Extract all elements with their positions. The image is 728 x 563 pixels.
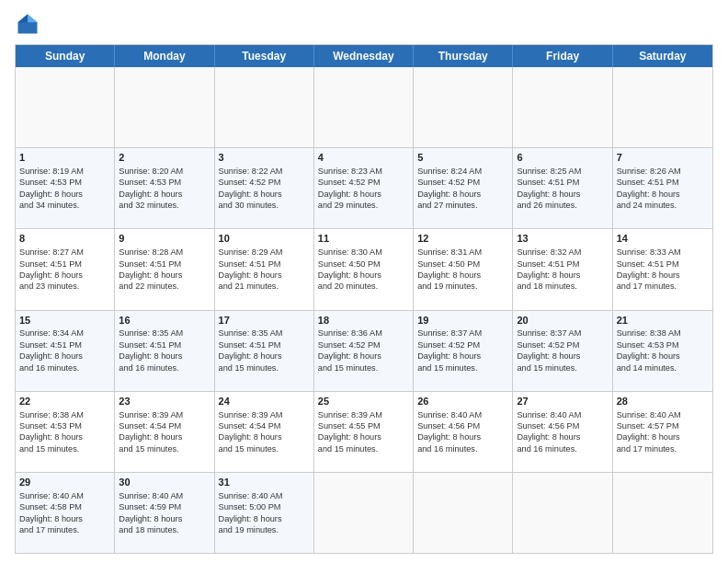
sunset-info: Sunset: 4:58 PM <box>19 502 82 511</box>
daylight-continuation: and 15 minutes. <box>119 444 178 454</box>
daylight-continuation: and 19 minutes. <box>219 525 279 534</box>
daylight-continuation: and 19 minutes. <box>417 282 477 291</box>
sunset-info: Sunset: 4:51 PM <box>119 259 181 269</box>
daylight-continuation: and 23 minutes. <box>19 282 79 291</box>
daylight-continuation: and 15 minutes. <box>318 444 378 454</box>
daylight-hours: Daylight: 8 hours <box>617 351 680 361</box>
sunset-info: Sunset: 4:53 PM <box>119 178 181 187</box>
daylight-continuation: and 17 minutes. <box>19 525 79 534</box>
daylight-hours: Daylight: 8 hours <box>417 432 481 442</box>
sunrise-info: Sunrise: 8:31 AM <box>417 247 482 257</box>
daylight-continuation: and 15 minutes. <box>517 363 576 373</box>
cal-cell-empty <box>314 473 414 553</box>
day-number: 8 <box>19 232 110 246</box>
calendar-week-1 <box>16 67 712 148</box>
sunset-info: Sunset: 4:52 PM <box>318 340 381 350</box>
sunrise-info: Sunrise: 8:39 AM <box>318 410 382 419</box>
daylight-continuation: and 18 minutes. <box>517 282 576 291</box>
daylight-hours: Daylight: 8 hours <box>219 190 282 199</box>
daylight-hours: Daylight: 8 hours <box>517 270 580 280</box>
sunset-info: Sunset: 4:52 PM <box>318 178 381 187</box>
daylight-hours: Daylight: 8 hours <box>19 190 83 199</box>
day-number: 1 <box>19 151 110 165</box>
sunrise-info: Sunrise: 8:38 AM <box>617 328 681 338</box>
day-number: 10 <box>219 232 310 246</box>
cal-day-17: 17Sunrise: 8:35 AMSunset: 4:51 PMDayligh… <box>215 311 314 391</box>
daylight-continuation: and 17 minutes. <box>617 282 677 291</box>
daylight-continuation: and 15 minutes. <box>19 444 79 454</box>
sunset-info: Sunset: 4:53 PM <box>19 421 82 431</box>
sunset-info: Sunset: 4:56 PM <box>417 421 480 431</box>
sunset-info: Sunset: 4:51 PM <box>19 340 82 350</box>
sunset-info: Sunset: 4:50 PM <box>318 259 381 269</box>
cal-cell-empty <box>314 67 414 147</box>
sunrise-info: Sunrise: 8:35 AM <box>119 328 183 338</box>
cal-cell-empty <box>414 473 513 553</box>
sunrise-info: Sunrise: 8:23 AM <box>318 167 382 176</box>
daylight-hours: Daylight: 8 hours <box>517 351 580 361</box>
day-number: 3 <box>219 151 310 165</box>
sunset-info: Sunset: 4:52 PM <box>219 178 281 187</box>
day-number: 29 <box>19 476 110 489</box>
cal-cell-empty <box>16 67 115 147</box>
daylight-continuation: and 26 minutes. <box>517 201 576 210</box>
day-number: 16 <box>119 314 210 327</box>
sunset-info: Sunset: 4:51 PM <box>517 259 579 269</box>
calendar: SundayMondayTuesdayWednesdayThursdayFrid… <box>15 44 713 554</box>
daylight-continuation: and 29 minutes. <box>318 201 378 210</box>
sunrise-info: Sunrise: 8:27 AM <box>19 247 84 257</box>
sunrise-info: Sunrise: 8:40 AM <box>617 410 681 419</box>
logo-icon <box>15 11 40 37</box>
daylight-hours: Daylight: 8 hours <box>517 432 580 442</box>
daylight-hours: Daylight: 8 hours <box>219 514 282 523</box>
sunset-info: Sunset: 4:52 PM <box>417 178 480 187</box>
cal-day-6: 6Sunrise: 8:25 AMSunset: 4:51 PMDaylight… <box>513 148 612 228</box>
daylight-hours: Daylight: 8 hours <box>119 270 182 280</box>
svg-marker-1 <box>28 15 38 23</box>
daylight-continuation: and 16 minutes. <box>517 444 576 454</box>
sunrise-info: Sunrise: 8:28 AM <box>119 247 183 257</box>
daylight-hours: Daylight: 8 hours <box>119 190 182 199</box>
sunrise-info: Sunrise: 8:38 AM <box>19 410 84 419</box>
cal-day-16: 16Sunrise: 8:35 AMSunset: 4:51 PMDayligh… <box>115 311 214 391</box>
day-number: 5 <box>417 151 508 165</box>
sunrise-info: Sunrise: 8:40 AM <box>517 410 581 419</box>
day-number: 7 <box>617 151 709 165</box>
cal-day-10: 10Sunrise: 8:29 AMSunset: 4:51 PMDayligh… <box>215 229 314 309</box>
day-number: 11 <box>318 232 409 246</box>
day-number: 17 <box>219 314 310 327</box>
cal-day-26: 26Sunrise: 8:40 AMSunset: 4:56 PMDayligh… <box>414 392 513 472</box>
cal-cell-empty <box>513 67 612 147</box>
svg-marker-2 <box>18 15 28 23</box>
daylight-continuation: and 14 minutes. <box>617 363 677 373</box>
daylight-hours: Daylight: 8 hours <box>617 190 680 199</box>
daylight-hours: Daylight: 8 hours <box>417 190 481 199</box>
logo <box>15 11 44 37</box>
daylight-continuation: and 16 minutes. <box>119 363 178 373</box>
cal-day-29: 29Sunrise: 8:40 AMSunset: 4:58 PMDayligh… <box>16 473 115 553</box>
header <box>15 11 713 37</box>
daylight-continuation: and 18 minutes. <box>119 525 178 534</box>
calendar-header: SundayMondayTuesdayWednesdayThursdayFrid… <box>16 45 712 67</box>
daylight-continuation: and 32 minutes. <box>119 201 178 210</box>
day-number: 21 <box>617 314 709 327</box>
daylight-continuation: and 34 minutes. <box>19 201 79 210</box>
cal-day-20: 20Sunrise: 8:37 AMSunset: 4:52 PMDayligh… <box>513 311 612 391</box>
day-number: 14 <box>617 232 709 246</box>
daylight-continuation: and 17 minutes. <box>617 444 677 454</box>
sunset-info: Sunset: 4:55 PM <box>318 421 381 431</box>
cal-day-30: 30Sunrise: 8:40 AMSunset: 4:59 PMDayligh… <box>115 473 214 553</box>
sunset-info: Sunset: 4:50 PM <box>417 259 480 269</box>
header-day-monday: Monday <box>115 45 214 67</box>
sunrise-info: Sunrise: 8:37 AM <box>517 328 581 338</box>
cal-day-21: 21Sunrise: 8:38 AMSunset: 4:53 PMDayligh… <box>613 311 712 391</box>
cal-day-19: 19Sunrise: 8:37 AMSunset: 4:52 PMDayligh… <box>414 311 513 391</box>
header-day-tuesday: Tuesday <box>215 45 314 67</box>
day-number: 12 <box>417 232 508 246</box>
sunset-info: Sunset: 4:52 PM <box>517 340 579 350</box>
day-number: 24 <box>219 395 310 408</box>
cal-day-7: 7Sunrise: 8:26 AMSunset: 4:51 PMDaylight… <box>613 148 712 228</box>
cal-cell-empty <box>613 473 712 553</box>
sunrise-info: Sunrise: 8:33 AM <box>617 247 681 257</box>
daylight-hours: Daylight: 8 hours <box>119 514 182 523</box>
